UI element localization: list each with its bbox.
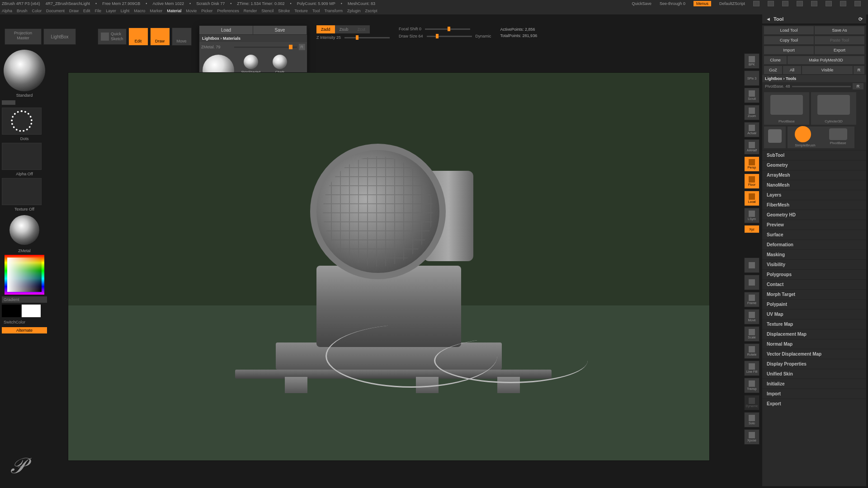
menus-button[interactable]: Menus (693, 1, 711, 6)
goz-visible-button[interactable]: Visible (802, 66, 853, 74)
transp-button[interactable]: Transp (744, 378, 760, 393)
menu-stencil[interactable]: Stencil (261, 9, 274, 13)
zadd-button[interactable]: Zadd (316, 25, 335, 33)
quick-sketch-button[interactable]: QuickSketch (98, 28, 127, 45)
section-visibility[interactable]: Visibility (762, 259, 866, 269)
pivot-slider[interactable] (792, 86, 851, 87)
linefill-button[interactable]: Line Fill (744, 361, 760, 376)
section-normalmap[interactable]: Normal Map (762, 339, 866, 349)
material-skinshade[interactable]: SkinShade4 (238, 55, 264, 74)
paste-tool-button[interactable]: Paste Tool (815, 36, 864, 44)
actual-button[interactable]: Actual (744, 122, 760, 137)
move-view-button[interactable]: Move (744, 309, 760, 324)
menu-edit[interactable]: Edit (83, 9, 90, 13)
menu-picker[interactable]: Picker (201, 9, 212, 13)
section-morphtarget[interactable]: Morph Target (762, 289, 866, 299)
z-intensity-slider[interactable] (344, 37, 390, 38)
local-button[interactable]: Local (744, 191, 760, 206)
bpk-button[interactable]: BPK (744, 53, 760, 69)
menu-material[interactable]: Material (167, 9, 181, 13)
move-mode-button[interactable]: Move (172, 28, 192, 46)
switchcolor-button[interactable]: SwitchColor (2, 319, 47, 325)
material-r-button[interactable]: R (299, 44, 306, 50)
seethrough[interactable]: See-through 0 (660, 1, 685, 6)
dock-icon-1[interactable] (744, 258, 760, 273)
material-lightbox-header[interactable]: Lightbox › Materials (199, 35, 307, 42)
window-icon-3[interactable] (782, 1, 788, 6)
zsub-button[interactable]: Zsub (335, 25, 353, 33)
menu-file[interactable]: File (95, 9, 102, 13)
goz-r-button[interactable]: R (854, 66, 864, 74)
persp-button[interactable]: Persp (744, 156, 760, 172)
menu-macro[interactable]: Macro (134, 9, 145, 13)
secondary-color-swatch[interactable] (22, 305, 41, 317)
make-polymesh-button[interactable]: Make PolyMesh3D (788, 56, 864, 64)
aahalf-button[interactable]: AAHalf (744, 139, 760, 155)
maximize-icon[interactable] (840, 1, 846, 6)
section-import[interactable]: Import (762, 389, 866, 399)
menu-brush[interactable]: Brush (17, 9, 28, 13)
scroll-button[interactable]: Scroll (744, 88, 760, 103)
pivot-slider-label[interactable]: PivotBase. 48 (765, 84, 790, 89)
section-texturemap[interactable]: Texture Map (762, 319, 866, 329)
brush-slider[interactable] (2, 100, 15, 105)
section-displacement[interactable]: Displacement Map (762, 329, 866, 339)
menu-document[interactable]: Document (46, 9, 65, 13)
draw-size-label[interactable]: Draw Size 64 (399, 34, 423, 38)
section-polygroups[interactable]: Polygroups (762, 269, 866, 279)
quicksave[interactable]: QuickSave (632, 1, 651, 6)
gradient-button[interactable]: Gradient (2, 296, 47, 303)
xpose-button[interactable]: Xpose (744, 429, 760, 445)
menu-stroke[interactable]: Stroke (278, 9, 290, 13)
brush-preview[interactable] (4, 50, 45, 91)
section-nanomesh[interactable]: NanoMesh (762, 180, 866, 190)
goz-all-button[interactable]: All (783, 66, 801, 74)
tool-simplebrush[interactable]: SimpleBrush (795, 126, 815, 147)
menu-tool[interactable]: Tool (312, 9, 320, 13)
export-button[interactable]: Export (815, 46, 864, 54)
section-uvmap[interactable]: UV Map (762, 309, 866, 319)
tool-palette-header[interactable]: ◄ Tool ⟳ (762, 14, 866, 23)
menu-draw[interactable]: Draw (69, 9, 79, 13)
section-unifiedskin[interactable]: Unified Skin (762, 369, 866, 379)
edit-mode-button[interactable]: Edit (128, 28, 148, 46)
tool-pivotbase[interactable]: PivotBase (764, 92, 809, 125)
lightbox-button[interactable]: LightBox (43, 28, 76, 45)
alpha-box[interactable] (2, 143, 42, 170)
floor-button[interactable]: Floor (744, 174, 760, 189)
viewport-canvas[interactable] (68, 72, 710, 461)
clone-button[interactable]: Clone (764, 56, 787, 64)
material-preview[interactable] (9, 215, 39, 245)
menu-color[interactable]: Color (32, 9, 42, 13)
copy-tool-button[interactable]: Copy Tool (764, 36, 814, 44)
window-icon-1[interactable] (753, 1, 760, 6)
section-surface[interactable]: Surface (762, 230, 866, 239)
palette-close-icon[interactable]: ◄ (766, 16, 771, 22)
window-icon-5[interactable] (811, 1, 817, 6)
dynamic-label[interactable]: Dynamic (476, 34, 491, 38)
xyz-button[interactable]: Xyz (744, 225, 760, 233)
menu-marker[interactable]: Marker (150, 9, 162, 13)
menu-light[interactable]: Light (121, 9, 130, 13)
section-vectordisp[interactable]: Vector Displacement Map (762, 349, 866, 359)
section-export[interactable]: Export (762, 399, 866, 408)
menu-alpha[interactable]: Alpha (2, 9, 12, 13)
lsym-button[interactable]: LSym (744, 208, 760, 223)
window-icon-2[interactable] (768, 1, 774, 6)
zoom-button[interactable]: Zoom (744, 105, 760, 120)
menu-render[interactable]: Render (244, 9, 257, 13)
menu-transform[interactable]: Transform (324, 9, 343, 13)
section-geometryhd[interactable]: Geometry HD (762, 210, 866, 220)
section-displayprops[interactable]: Display Properties (762, 359, 866, 369)
stroke-preview[interactable] (2, 108, 42, 135)
solo-button[interactable]: Solo (744, 412, 760, 427)
scale-view-button[interactable]: Scale (744, 326, 760, 342)
minimize-icon[interactable] (826, 1, 832, 6)
menu-zplugin[interactable]: Zplugin (347, 9, 361, 13)
goz-button[interactable]: GoZ (764, 66, 782, 74)
material-load-button[interactable]: Load (199, 26, 253, 34)
projection-master-button[interactable]: ProjectionMaster (5, 28, 42, 45)
texture-box[interactable] (2, 178, 42, 205)
tool-poly[interactable] (764, 127, 786, 148)
section-fibermesh[interactable]: FiberMesh (762, 200, 866, 210)
